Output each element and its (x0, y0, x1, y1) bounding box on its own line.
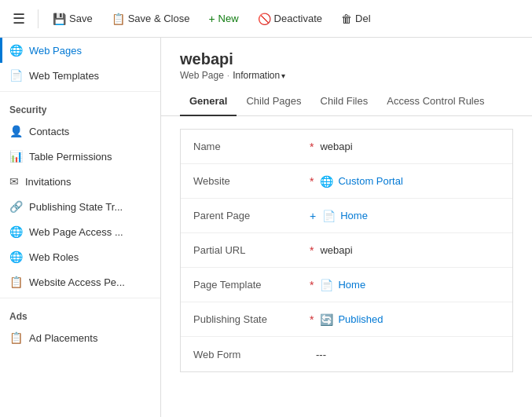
sidebar-item-publishing-state[interactable]: 🔗 Publishing State Tr... (0, 194, 160, 219)
save-icon: 💾 (53, 13, 66, 25)
content-area: webapi Web Page · Information ▾ General … (161, 38, 532, 417)
sidebar-item-label-web-roles: Web Roles (29, 251, 79, 263)
toolbar-divider (38, 9, 39, 28)
field-label-website: Website (193, 175, 303, 187)
publishing-state-val-icon: 🔄 (320, 313, 333, 326)
delete-button[interactable]: 🗑 Del (333, 8, 379, 30)
field-label-page-template: Page Template (193, 279, 303, 291)
save-close-button[interactable]: 📋 Save & Close (104, 8, 198, 30)
form-row-partial-url: Partial URL * webapi (181, 233, 512, 268)
sidebar-item-label-contacts: Contacts (29, 126, 69, 137)
chevron-down-icon: ▾ (281, 71, 285, 80)
publishing-state-link-text: Published (338, 313, 383, 325)
sidebar-item-ad-placements[interactable]: 📋 Ad Placements (0, 325, 160, 350)
sidebar-item-label-publishing-state: Publishing State Tr... (29, 201, 123, 213)
page-title: webapi (180, 50, 513, 68)
form-row-web-form: Web Form --- (181, 337, 512, 371)
field-value-partial-url: webapi (320, 244, 500, 256)
field-value-publishing-state[interactable]: 🔄 Published (320, 313, 500, 326)
web-roles-icon: 🌐 (9, 251, 23, 263)
field-label-name: Name (193, 141, 303, 152)
web-pages-icon: 🌐 (9, 44, 23, 57)
table-permissions-icon: 📊 (9, 150, 23, 163)
sidebar-item-label-invitations: Invitations (25, 176, 72, 188)
ad-placements-icon: 📋 (9, 331, 23, 344)
save-button[interactable]: 💾 Save (45, 8, 101, 30)
sidebar-item-label-website-access: Website Access Pe... (29, 276, 125, 288)
subtitle-sep: · (227, 70, 229, 81)
sidebar-item-web-roles[interactable]: 🌐 Web Roles (0, 244, 160, 269)
field-label-partial-url: Partial URL (193, 244, 303, 256)
form-row-website: Website * 🌐 Custom Portal (181, 164, 512, 199)
publishing-state-icon: 🔗 (9, 200, 23, 213)
sidebar-item-label-web-templates: Web Templates (29, 70, 99, 82)
field-value-website[interactable]: 🌐 Custom Portal (320, 175, 500, 188)
sidebar: 🌐 Web Pages 📄 Web Templates Security 👤 C… (0, 38, 161, 417)
page-template-icon: 📄 (320, 279, 333, 291)
delete-icon: 🗑 (341, 13, 352, 25)
sidebar-item-label-web-pages: Web Pages (29, 45, 82, 57)
field-required-website: * (310, 175, 314, 188)
field-label-web-form: Web Form (193, 349, 303, 360)
contacts-icon: 👤 (9, 125, 23, 137)
form-row-name: Name * webapi (181, 130, 512, 164)
subtitle-section-link[interactable]: Information ▾ (233, 70, 285, 81)
subtitle-section-label: Information (233, 70, 280, 81)
website-access-icon: 📋 (9, 276, 23, 288)
sidebar-separator-1 (0, 91, 160, 92)
sidebar-item-label-ad-placements: Ad Placements (29, 332, 97, 344)
save-close-icon: 📋 (112, 13, 125, 25)
sidebar-item-website-access[interactable]: 📋 Website Access Pe... (0, 269, 160, 294)
sidebar-item-web-pages[interactable]: 🌐 Web Pages (0, 38, 160, 63)
form-area: Name * webapi Website * 🌐 Custom Portal … (161, 116, 532, 417)
tab-general[interactable]: General (180, 87, 237, 116)
subtitle-type: Web Page (180, 70, 224, 81)
new-label: New (218, 13, 239, 24)
tab-child-pages[interactable]: Child Pages (237, 87, 310, 116)
field-required-publishing-state: * (310, 313, 314, 326)
web-templates-icon: 📄 (9, 69, 23, 82)
sidebar-section-security: Security (0, 95, 160, 119)
sidebar-item-contacts[interactable]: 👤 Contacts (0, 119, 160, 144)
sidebar-item-web-templates[interactable]: 📄 Web Templates (0, 63, 160, 88)
sidebar-item-label-table-permissions: Table Permissions (29, 151, 112, 163)
parent-page-icon: 📄 (322, 210, 336, 222)
new-button[interactable]: + New (200, 8, 246, 30)
form-row-publishing-state: Publishing State * 🔄 Published (181, 302, 512, 337)
field-label-publishing-state: Publishing State (193, 313, 303, 325)
new-icon: + (208, 13, 215, 25)
field-required-parent-page: + (310, 210, 316, 222)
delete-label: Del (355, 13, 371, 24)
sidebar-section-ads: Ads (0, 302, 160, 325)
form-row-page-template: Page Template * 📄 Home (181, 268, 512, 302)
sidebar-item-label-web-page-access: Web Page Access ... (29, 226, 123, 238)
toolbar: ☰ 💾 Save 📋 Save & Close + New 🚫 Deactiva… (0, 0, 532, 38)
deactivate-label: Deactivate (274, 13, 322, 24)
field-value-parent-page[interactable]: 📄 Home (322, 210, 500, 222)
field-required-partial-url: * (310, 244, 314, 257)
deactivate-button[interactable]: 🚫 Deactivate (250, 8, 330, 30)
sidebar-separator-2 (0, 298, 160, 298)
form-row-parent-page: Parent Page + 📄 Home (181, 199, 512, 233)
tab-access-control[interactable]: Access Control Rules (377, 87, 493, 116)
web-page-access-icon: 🌐 (9, 225, 23, 238)
invitations-icon: ✉ (9, 175, 19, 188)
field-label-parent-page: Parent Page (193, 210, 303, 221)
website-globe-icon: 🌐 (320, 175, 333, 188)
deactivate-icon: 🚫 (258, 13, 271, 25)
sidebar-item-invitations[interactable]: ✉ Invitations (0, 169, 160, 194)
tab-child-files[interactable]: Child Files (311, 87, 378, 116)
save-close-label: Save & Close (128, 13, 190, 24)
main-layout: 🌐 Web Pages 📄 Web Templates Security 👤 C… (0, 38, 532, 417)
save-label: Save (69, 13, 93, 24)
parent-page-link-text: Home (340, 210, 368, 221)
page-subtitle: Web Page · Information ▾ (180, 70, 513, 81)
tabs-bar: General Child Pages Child Files Access C… (161, 87, 532, 116)
sidebar-item-table-permissions[interactable]: 📊 Table Permissions (0, 144, 160, 169)
field-value-page-template[interactable]: 📄 Home (320, 279, 500, 291)
sidebar-item-web-page-access[interactable]: 🌐 Web Page Access ... (0, 219, 160, 244)
page-header: webapi Web Page · Information ▾ (161, 38, 532, 81)
website-link-text: Custom Portal (338, 175, 402, 187)
field-value-web-form: --- (316, 349, 500, 360)
hamburger-menu[interactable]: ☰ (6, 4, 31, 34)
